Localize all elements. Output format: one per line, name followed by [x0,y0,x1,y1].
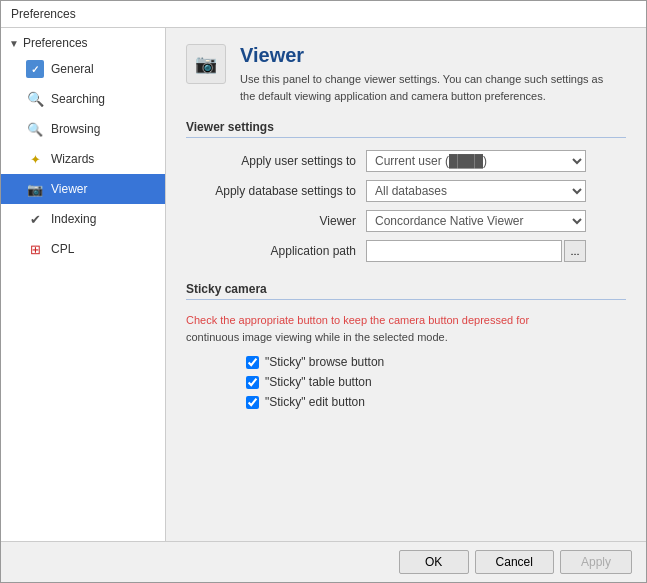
app-path-control: ... [366,240,586,262]
panel-title-area: Viewer Use this panel to change viewer s… [240,44,620,104]
camera-icon: 📷 [195,53,217,75]
sticky-edit-label[interactable]: "Sticky" edit button [265,395,365,409]
viewer-label: Viewer [186,214,366,228]
sidebar-item-browsing[interactable]: 🔍 Browsing [1,114,165,144]
sticky-table-row: "Sticky" table button [186,375,626,389]
apply-button[interactable]: Apply [560,550,632,574]
content-area: ▼ Preferences ✓ General 🔍 Searching 🔍 [1,28,646,541]
sticky-browse-row: "Sticky" browse button [186,355,626,369]
sticky-edit-checkbox[interactable] [246,396,259,409]
sidebar-item-viewer[interactable]: 📷 Viewer [1,174,165,204]
sidebar-item-label: Searching [51,92,105,106]
sidebar-item-label: Browsing [51,122,100,136]
sticky-browse-checkbox[interactable] [246,356,259,369]
main-panel: 📷 Viewer Use this panel to change viewer… [166,28,646,541]
app-path-label: Application path [186,244,366,258]
apply-user-row: Apply user settings to Current user (███… [186,150,626,172]
panel-header: 📷 Viewer Use this panel to change viewer… [186,44,626,104]
sticky-desc-part1: Check the appropriate button to keep the… [186,314,529,326]
apply-db-row: Apply database settings to All databases [186,180,626,202]
arrow-icon: ▼ [9,38,19,49]
panel-icon: 📷 [186,44,226,84]
sidebar: ▼ Preferences ✓ General 🔍 Searching 🔍 [1,28,166,541]
searching-icon: 🔍 [25,89,45,109]
sidebar-item-wizards[interactable]: ✦ Wizards [1,144,165,174]
apply-user-label: Apply user settings to [186,154,366,168]
sticky-table-checkbox[interactable] [246,376,259,389]
viewer-settings-section: Viewer settings Apply user settings to C… [186,120,626,262]
app-path-input[interactable] [366,240,562,262]
apply-db-control: All databases [366,180,586,202]
sticky-edit-row: "Sticky" edit button [186,395,626,409]
sidebar-item-label: CPL [51,242,74,256]
panel-title: Viewer [240,44,620,67]
sidebar-item-label: Indexing [51,212,96,226]
sidebar-item-label: General [51,62,94,76]
sidebar-item-indexing[interactable]: ✔ Indexing [1,204,165,234]
sidebar-group-label: Preferences [23,36,88,50]
sticky-camera-title: Sticky camera [186,282,626,300]
footer: OK Cancel Apply [1,541,646,582]
title-bar: Preferences [1,1,646,28]
viewer-icon: 📷 [25,179,45,199]
sticky-table-label[interactable]: "Sticky" table button [265,375,372,389]
ok-button[interactable]: OK [399,550,469,574]
sidebar-item-general[interactable]: ✓ General [1,54,165,84]
window-title: Preferences [11,7,76,21]
viewer-select[interactable]: Concordance Native Viewer [366,210,586,232]
sidebar-item-label: Wizards [51,152,94,166]
apply-user-select[interactable]: Current user (████) [366,150,586,172]
sidebar-group-preferences[interactable]: ▼ Preferences [1,32,165,54]
sticky-desc-part2: continuous image viewing while in the se… [186,331,448,343]
panel-description: Use this panel to change viewer settings… [240,71,620,104]
sticky-camera-section: Sticky camera Check the appropriate butt… [186,282,626,409]
wizards-icon: ✦ [25,149,45,169]
preferences-window: Preferences ▼ Preferences ✓ General 🔍 Se… [0,0,647,583]
sidebar-item-label: Viewer [51,182,87,196]
sidebar-item-searching[interactable]: 🔍 Searching [1,84,165,114]
browsing-icon: 🔍 [25,119,45,139]
browse-button[interactable]: ... [564,240,586,262]
viewer-settings-title: Viewer settings [186,120,626,138]
cancel-button[interactable]: Cancel [475,550,554,574]
sticky-camera-description: Check the appropriate button to keep the… [186,312,546,345]
apply-db-label: Apply database settings to [186,184,366,198]
apply-user-control: Current user (████) [366,150,586,172]
app-path-row: Application path ... [186,240,626,262]
sticky-browse-label[interactable]: "Sticky" browse button [265,355,384,369]
cpl-icon: ⊞ [25,239,45,259]
viewer-row: Viewer Concordance Native Viewer [186,210,626,232]
apply-db-select[interactable]: All databases [366,180,586,202]
sidebar-item-cpl[interactable]: ⊞ CPL [1,234,165,264]
general-icon: ✓ [25,59,45,79]
indexing-icon: ✔ [25,209,45,229]
viewer-control: Concordance Native Viewer [366,210,586,232]
